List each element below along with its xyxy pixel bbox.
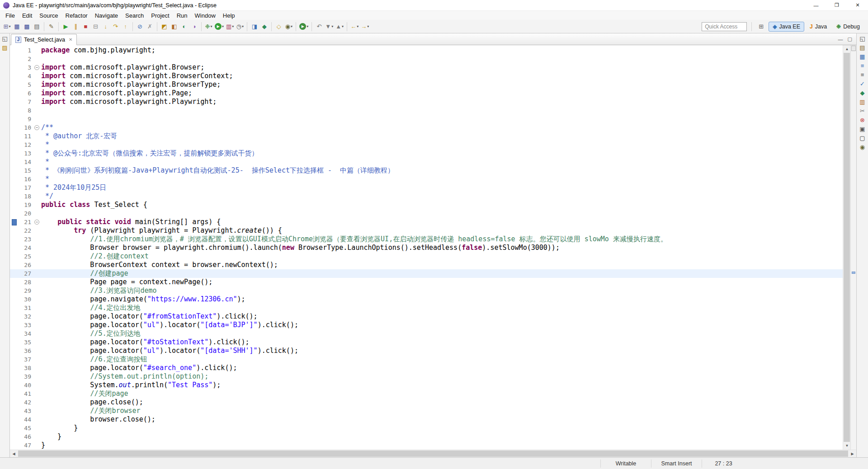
skip-all-breakpoints-icon[interactable]: ⊘: [135, 21, 145, 32]
resume-icon[interactable]: ▶: [61, 21, 71, 32]
run-icon[interactable]: ▶▾: [214, 21, 225, 32]
code-area[interactable]: 1package com.bjhg.playwright;23−import c…: [10, 45, 843, 450]
minimize-editor-icon[interactable]: —: [838, 37, 843, 42]
external-tools-icon[interactable]: ▶▾: [298, 21, 309, 32]
perspective-java[interactable]: JJava: [806, 22, 831, 32]
code-line-18[interactable]: 18 */: [10, 192, 843, 201]
markers-icon[interactable]: ⊗: [860, 117, 865, 123]
dropdown-arrow-icon[interactable]: ▾: [307, 24, 308, 28]
package-explorer-min-icon[interactable]: ▨: [2, 45, 7, 51]
dropdown-arrow-icon[interactable]: ▾: [357, 24, 359, 28]
code-line-31[interactable]: 31 //4.定位出发地: [10, 304, 843, 312]
code-line-45[interactable]: 45 }: [10, 424, 843, 432]
code-line-33[interactable]: 33 page.locator("ul").locator("[data='BJ…: [10, 321, 843, 329]
back-icon[interactable]: ←▾: [349, 21, 359, 32]
last-edit-location-icon[interactable]: ↶: [314, 21, 324, 32]
outline-icon[interactable]: ≡: [861, 72, 864, 78]
data-source-explorer-icon[interactable]: ▥: [859, 99, 865, 105]
scroll-left-icon[interactable]: ◀: [10, 450, 18, 458]
code-line-46[interactable]: 46 }: [10, 432, 843, 441]
snippets-icon[interactable]: ✂: [860, 108, 865, 114]
vertical-scrollbar-track[interactable]: [843, 53, 850, 442]
servers-toolbar-icon[interactable]: ◆: [259, 21, 269, 32]
dropdown-arrow-icon[interactable]: ▾: [232, 24, 234, 28]
code-line-25[interactable]: 25 //2.创建context: [10, 252, 843, 261]
step-return-icon[interactable]: ↑: [121, 21, 130, 32]
search-view-icon[interactable]: ◉: [860, 144, 865, 150]
coverage-icon[interactable]: ▥▾: [225, 21, 235, 32]
menu-refactor[interactable]: Refactor: [62, 12, 91, 19]
code-line-12[interactable]: 12 *: [10, 141, 843, 149]
dropdown-arrow-icon[interactable]: ▾: [242, 24, 244, 28]
forward-icon[interactable]: →▾: [360, 21, 370, 32]
restore-right-views-icon[interactable]: ◱: [859, 36, 865, 42]
disconnect-icon[interactable]: ⊟: [91, 21, 100, 32]
code-line-28[interactable]: 28 Page page = context.newPage();: [10, 278, 843, 286]
window-restore-button[interactable]: ❐: [826, 0, 847, 10]
code-line-41[interactable]: 41 //关闭page: [10, 389, 843, 398]
code-line-3[interactable]: 3−import com.microsoft.playwright.Browse…: [10, 63, 843, 72]
menu-navigate[interactable]: Navigate: [91, 12, 122, 19]
window-close-button[interactable]: ✕: [847, 0, 868, 10]
fold-collapse-icon[interactable]: −: [34, 125, 39, 130]
perspective-debug[interactable]: ❉Debug: [832, 22, 864, 32]
save-all-icon[interactable]: ▩: [22, 21, 32, 32]
scroll-up-icon[interactable]: ▲: [843, 45, 851, 53]
menu-source[interactable]: Source: [36, 12, 61, 19]
menu-file[interactable]: File: [2, 12, 19, 19]
code-line-43[interactable]: 43 //关闭browser: [10, 407, 843, 415]
quick-access-input[interactable]: Quick Access: [702, 22, 747, 31]
code-line-7[interactable]: 7import com.microsoft.playwright.Playwri…: [10, 98, 843, 106]
print-icon[interactable]: ▤: [32, 21, 42, 32]
cursor-position-marker[interactable]: [852, 272, 855, 274]
next-annotation-icon[interactable]: ▼▾: [324, 21, 334, 32]
console-icon[interactable]: ▢: [859, 135, 865, 141]
code-line-26[interactable]: 26 BrowserContext context = browser.newC…: [10, 261, 843, 269]
suspend-icon[interactable]: ∥: [71, 21, 80, 32]
open-perspective-icon[interactable]: ⊞: [756, 21, 766, 32]
code-line-35[interactable]: 35 page.locator("#toStationText").click(…: [10, 338, 843, 347]
code-line-5[interactable]: 5import com.microsoft.playwright.Browser…: [10, 80, 843, 89]
tab-close-icon[interactable]: ✕: [68, 37, 72, 42]
code-line-13[interactable]: 13 * @公众号:北京宏哥（微信搜索，关注宏哥，提前解锁更多测试干货）: [10, 149, 843, 158]
vertical-scrollbar[interactable]: ▲ ▼: [843, 45, 850, 450]
code-line-24[interactable]: 24 Browser browser = playwright.chromium…: [10, 244, 843, 252]
new-java-project-icon[interactable]: ◩: [160, 21, 169, 32]
code-line-10[interactable]: 10−/**: [10, 123, 843, 132]
code-line-39[interactable]: 39 //System.out.println(option);: [10, 372, 843, 381]
code-line-38[interactable]: 38 page.locator("#search_one").click();: [10, 364, 843, 372]
code-line-40[interactable]: 40 System.out.println("Test Pass");: [10, 381, 843, 389]
dropdown-arrow-icon[interactable]: ▾: [342, 24, 344, 28]
new-interface-icon[interactable]: ◑: [189, 21, 199, 32]
search-icon[interactable]: ◉▾: [284, 21, 293, 32]
code-line-23[interactable]: 23 //1.使用chromium浏览器，# 浏览器配置，设置以GUI模式启动C…: [10, 235, 843, 244]
restore-left-views-icon[interactable]: ◱: [2, 36, 7, 42]
menu-project[interactable]: Project: [147, 12, 173, 19]
new-package-icon[interactable]: ◧: [170, 21, 179, 32]
scroll-right-icon[interactable]: ▶: [849, 450, 856, 458]
fold-collapse-icon[interactable]: −: [34, 65, 39, 70]
fold-collapse-icon[interactable]: −: [34, 220, 39, 225]
type-hierarchy-icon[interactable]: ≡: [861, 63, 864, 69]
menu-search[interactable]: Search: [122, 12, 147, 19]
new-class-icon[interactable]: ◐: [179, 21, 189, 32]
annotate-icon[interactable]: ✎: [47, 21, 56, 32]
dropdown-arrow-icon[interactable]: ▾: [291, 24, 292, 28]
debug-icon[interactable]: ❉▾: [204, 21, 213, 32]
dropdown-arrow-icon[interactable]: ▾: [9, 24, 10, 28]
code-line-15[interactable]: 15 * 《刚刚问世》系列初窥篇-Java+Playwright自动化测试-25…: [10, 166, 843, 175]
maximize-editor-icon[interactable]: ▢: [848, 36, 852, 42]
code-line-1[interactable]: 1package com.bjhg.playwright;: [10, 46, 843, 55]
menu-run[interactable]: Run: [173, 12, 191, 19]
perspective-java-ee[interactable]: ◈Java EE: [769, 22, 804, 32]
dropdown-arrow-icon[interactable]: ▾: [367, 24, 369, 28]
save-icon[interactable]: ▦: [12, 21, 22, 32]
project-explorer-icon[interactable]: ▤: [859, 45, 865, 51]
code-line-22[interactable]: 22 try (Playwright playwright = Playwrig…: [10, 226, 843, 235]
menu-help[interactable]: Help: [219, 12, 239, 19]
code-line-17[interactable]: 17 * 2024年10月25日: [10, 183, 843, 192]
servers-view-icon[interactable]: ◆: [860, 90, 865, 96]
window-minimize-button[interactable]: —: [806, 0, 826, 10]
terminate-icon[interactable]: ■: [81, 21, 90, 32]
code-line-8[interactable]: 8: [10, 106, 843, 115]
